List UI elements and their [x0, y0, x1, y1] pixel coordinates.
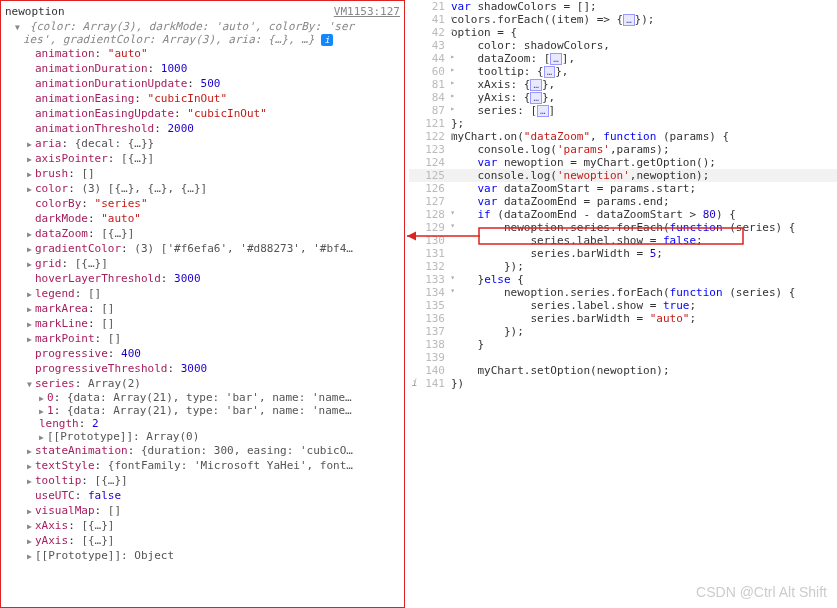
- line-number[interactable]: 137: [409, 325, 451, 338]
- fold-icon[interactable]: ▸: [450, 65, 455, 74]
- line-number[interactable]: 41▸: [409, 13, 451, 26]
- line-number[interactable]: 129▾: [409, 221, 451, 234]
- line-number[interactable]: 131: [409, 247, 451, 260]
- code-line[interactable]: 130 series.label.show = false;: [409, 234, 837, 247]
- line-number[interactable]: 42▾: [409, 26, 451, 39]
- code-line[interactable]: 131 series.barWidth = 5;: [409, 247, 837, 260]
- code-line[interactable]: 43 color: shadowColors,: [409, 39, 837, 52]
- code-line[interactable]: 129▾ newoption.series.forEach(function (…: [409, 221, 837, 234]
- line-number[interactable]: 124: [409, 156, 451, 169]
- source-link[interactable]: VM1153:127: [334, 5, 400, 18]
- line-number[interactable]: 21: [409, 0, 451, 13]
- prop-row[interactable]: yAxis: [{…}]: [5, 533, 400, 548]
- prop-row[interactable]: markLine: []: [5, 316, 400, 331]
- code-line[interactable]: 121};: [409, 117, 837, 130]
- code-line[interactable]: 123 console.log('params',params);: [409, 143, 837, 156]
- chevron-right-icon[interactable]: [39, 391, 47, 404]
- line-number[interactable]: 87▸: [409, 104, 451, 117]
- source-editor[interactable]: 21var shadowColors = [];41▸colors.forEac…: [405, 0, 837, 608]
- prop-row[interactable]: brush: []: [5, 166, 400, 181]
- code-line[interactable]: 44▸ dataZoom: […],: [409, 52, 837, 65]
- chevron-right-icon[interactable]: [27, 519, 35, 532]
- code-line[interactable]: 137 });: [409, 325, 837, 338]
- prop-row[interactable]: xAxis: [{…}]: [5, 518, 400, 533]
- line-number[interactable]: 81▸: [409, 78, 451, 91]
- object-preview[interactable]: {color: Array(3), darkMode: 'auto', colo…: [30, 20, 355, 33]
- fold-icon[interactable]: ▾: [450, 130, 455, 139]
- code-line[interactable]: 128▾ if (dataZoomEnd - dataZoomStart > 8…: [409, 208, 837, 221]
- prop-row[interactable]: dataZoom: [{…}]: [5, 226, 400, 241]
- fold-icon[interactable]: ▸: [450, 78, 455, 87]
- chevron-right-icon[interactable]: [27, 504, 35, 517]
- line-number[interactable]: 140: [409, 364, 451, 377]
- code-line[interactable]: 87▸ series: […]: [409, 104, 837, 117]
- chevron-right-icon[interactable]: [27, 534, 35, 547]
- line-number[interactable]: 121: [409, 117, 451, 130]
- code-line[interactable]: 133▾ }else {: [409, 273, 837, 286]
- line-number[interactable]: 136: [409, 312, 451, 325]
- line-number[interactable]: 139: [409, 351, 451, 364]
- prop-row[interactable]: series: Array(2): [5, 376, 400, 391]
- array-item[interactable]: 1: {data: Array(21), type: 'bar', name: …: [5, 404, 400, 417]
- prop-row[interactable]: axisPointer: [{…}]: [5, 151, 400, 166]
- prototype-row[interactable]: [[Prototype]]: Array(0): [5, 430, 400, 443]
- line-number[interactable]: 122▾: [409, 130, 451, 143]
- line-number[interactable]: 135: [409, 299, 451, 312]
- line-number[interactable]: 132: [409, 260, 451, 273]
- line-number[interactable]: 138: [409, 338, 451, 351]
- chevron-down-icon[interactable]: [27, 377, 35, 390]
- chevron-right-icon[interactable]: [27, 167, 35, 180]
- line-number[interactable]: i141: [409, 377, 451, 390]
- chevron-right-icon[interactable]: [27, 302, 35, 315]
- prop-row[interactable]: markArea: []: [5, 301, 400, 316]
- code-line[interactable]: 138 }: [409, 338, 837, 351]
- code-line[interactable]: 41▸colors.forEach((item) => {…});: [409, 13, 837, 26]
- line-number[interactable]: 125: [409, 169, 451, 182]
- fold-icon[interactable]: ▸: [450, 13, 455, 22]
- chevron-right-icon[interactable]: [27, 242, 35, 255]
- line-number[interactable]: 60▸: [409, 65, 451, 78]
- chevron-right-icon[interactable]: [27, 287, 35, 300]
- chevron-right-icon[interactable]: [27, 444, 35, 457]
- line-number[interactable]: 123: [409, 143, 451, 156]
- line-number[interactable]: 133▾: [409, 273, 451, 286]
- code-line[interactable]: 126 var dataZoomStart = params.start;: [409, 182, 837, 195]
- prop-row[interactable]: legend: []: [5, 286, 400, 301]
- code-line[interactable]: 136 series.barWidth = "auto";: [409, 312, 837, 325]
- prop-row[interactable]: markPoint: []: [5, 331, 400, 346]
- code-line[interactable]: i141}): [409, 377, 837, 390]
- code-line[interactable]: 125 console.log('newoption',newoption);: [409, 169, 837, 182]
- prop-row[interactable]: grid: [{…}]: [5, 256, 400, 271]
- expand-icon[interactable]: [15, 20, 23, 33]
- chevron-right-icon[interactable]: [27, 549, 35, 562]
- code-line[interactable]: 60▸ tooltip: {…},: [409, 65, 837, 78]
- prop-row[interactable]: tooltip: [{…}]: [5, 473, 400, 488]
- code-line[interactable]: 134▾ newoption.series.forEach(function (…: [409, 286, 837, 299]
- line-number[interactable]: 84▸: [409, 91, 451, 104]
- chevron-right-icon[interactable]: [39, 430, 47, 443]
- code-line[interactable]: 124 var newoption = myChart.getOption();: [409, 156, 837, 169]
- info-icon[interactable]: i: [321, 34, 333, 46]
- line-number[interactable]: 134▾: [409, 286, 451, 299]
- chevron-right-icon[interactable]: [27, 137, 35, 150]
- prop-row[interactable]: textStyle: {fontFamily: 'Microsoft YaHei…: [5, 458, 400, 473]
- line-number[interactable]: 130: [409, 234, 451, 247]
- code-line[interactable]: 139: [409, 351, 837, 364]
- prop-row[interactable]: stateAnimation: {duration: 300, easing: …: [5, 443, 400, 458]
- chevron-right-icon[interactable]: [27, 152, 35, 165]
- line-number[interactable]: 126: [409, 182, 451, 195]
- chevron-right-icon[interactable]: [27, 182, 35, 195]
- code-line[interactable]: 127 var dataZoomEnd = params.end;: [409, 195, 837, 208]
- prop-row[interactable]: aria: {decal: {…}}: [5, 136, 400, 151]
- code-line[interactable]: 122▾myChart.on("dataZoom", function (par…: [409, 130, 837, 143]
- chevron-right-icon[interactable]: [27, 332, 35, 345]
- prototype-row[interactable]: [[Prototype]]: Object: [5, 548, 400, 563]
- chevron-right-icon[interactable]: [27, 227, 35, 240]
- code-line[interactable]: 135 series.label.show = true;: [409, 299, 837, 312]
- fold-icon[interactable]: ▾: [450, 208, 455, 217]
- fold-icon[interactable]: ▾: [450, 221, 455, 230]
- fold-icon[interactable]: ▾: [450, 273, 455, 282]
- chevron-right-icon[interactable]: [27, 474, 35, 487]
- fold-icon[interactable]: ▾: [450, 286, 455, 295]
- chevron-right-icon[interactable]: [27, 317, 35, 330]
